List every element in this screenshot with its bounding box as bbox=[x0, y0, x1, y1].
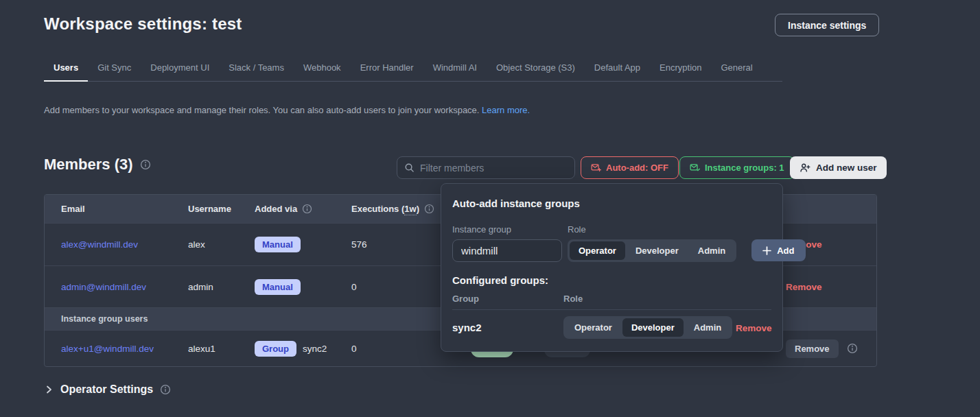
user-plus-icon bbox=[800, 163, 810, 174]
instance-settings-button[interactable]: Instance settings bbox=[775, 14, 879, 36]
add-new-user-label: Add new user bbox=[816, 163, 877, 173]
tab-error-handler[interactable]: Error Handler bbox=[351, 60, 423, 81]
instance-group-input[interactable] bbox=[452, 239, 562, 262]
tab-git-sync[interactable]: Git Sync bbox=[88, 60, 141, 81]
intro-text: Add members to your workspace and manage… bbox=[44, 105, 530, 115]
auto-add-button[interactable]: Auto-add: OFF bbox=[581, 156, 679, 179]
role-label: Role bbox=[568, 224, 736, 235]
chevron-right-icon bbox=[44, 385, 54, 394]
role-option-operator[interactable]: Operator bbox=[565, 318, 621, 337]
configured-col-group: Group bbox=[452, 294, 563, 304]
configured-col-role: Role bbox=[563, 294, 736, 304]
filter-members-searchbox[interactable] bbox=[397, 156, 575, 179]
role-segmented-control: Operator Developer Admin bbox=[563, 316, 732, 339]
members-heading-label: Members (3) bbox=[44, 156, 133, 174]
configured-groups-heading: Configured groups: bbox=[452, 274, 771, 286]
added-via-badge: Manual bbox=[255, 279, 301, 295]
operator-settings-label: Operator Settings bbox=[60, 383, 153, 396]
role-option-developer[interactable]: Developer bbox=[622, 318, 684, 337]
member-username: admin bbox=[188, 282, 255, 292]
add-group-label: Add bbox=[777, 246, 794, 256]
tab-deployment-ui[interactable]: Deployment UI bbox=[141, 60, 219, 81]
role-segmented-control: Operator Developer Admin bbox=[568, 239, 736, 262]
tab-object-storage[interactable]: Object Storage (S3) bbox=[487, 60, 585, 81]
configured-group-name: sync2 bbox=[452, 322, 563, 333]
configured-groups-header: Group Role bbox=[452, 294, 771, 304]
page-title: Workspace settings: test bbox=[44, 14, 242, 34]
tab-general[interactable]: General bbox=[711, 60, 762, 81]
add-new-user-button[interactable]: Add new user bbox=[790, 156, 887, 179]
tab-windmill-ai[interactable]: Windmill AI bbox=[423, 60, 487, 81]
mail-check-icon bbox=[690, 163, 700, 173]
instance-groups-button[interactable]: Instance groups: 1 bbox=[679, 156, 795, 179]
divider bbox=[452, 309, 771, 310]
executions-window: 1w bbox=[404, 204, 416, 215]
tab-encryption[interactable]: Encryption bbox=[650, 60, 711, 81]
remove-member-button[interactable]: Remove bbox=[786, 339, 839, 358]
settings-tabbar: Users Git Sync Deployment UI Slack / Tea… bbox=[44, 60, 782, 82]
added-via-info-icon[interactable] bbox=[302, 204, 312, 214]
role-option-developer[interactable]: Developer bbox=[627, 241, 688, 260]
member-email-link[interactable]: alex@windmill.dev bbox=[61, 239, 138, 250]
instance-groups-label: Instance groups: 1 bbox=[705, 163, 784, 173]
popup-form: Instance group Role Operator Developer A… bbox=[452, 224, 771, 262]
operator-settings-toggle[interactable]: Operator Settings bbox=[44, 383, 171, 396]
tab-webhook[interactable]: Webhook bbox=[294, 60, 351, 81]
group-name: sync2 bbox=[303, 344, 327, 354]
tab-users[interactable]: Users bbox=[44, 60, 88, 81]
header-added-via: Added via bbox=[255, 204, 351, 214]
auto-add-popup: Auto-add instance groups Instance group … bbox=[441, 183, 783, 352]
remove-member-button[interactable]: Remove bbox=[786, 282, 822, 292]
member-username: alex bbox=[188, 239, 255, 250]
filter-members-input[interactable] bbox=[420, 163, 568, 174]
remove-info-icon[interactable] bbox=[847, 343, 858, 354]
member-email-link[interactable]: alex+u1@windmill.dev bbox=[61, 344, 154, 354]
search-icon bbox=[404, 163, 415, 173]
header-email: Email bbox=[61, 204, 188, 214]
role-option-admin[interactable]: Admin bbox=[689, 241, 734, 260]
tab-default-app[interactable]: Default App bbox=[585, 60, 650, 81]
add-group-button[interactable]: Add bbox=[751, 239, 805, 261]
instance-group-label: Instance group bbox=[452, 224, 562, 235]
header-username: Username bbox=[188, 204, 255, 214]
operator-settings-info-icon[interactable] bbox=[160, 384, 171, 395]
mail-plus-icon bbox=[591, 163, 601, 173]
popup-title: Auto-add instance groups bbox=[452, 198, 771, 209]
added-via-badge: Manual bbox=[255, 237, 301, 252]
configured-group-row: sync2 Operator Developer Admin Remove bbox=[452, 316, 771, 339]
member-username: alexu1 bbox=[188, 344, 255, 354]
remove-group-button[interactable]: Remove bbox=[736, 323, 772, 333]
learn-more-link[interactable]: Learn more. bbox=[482, 105, 530, 115]
plus-icon bbox=[762, 246, 771, 255]
role-option-admin[interactable]: Admin bbox=[685, 318, 730, 337]
member-email-link[interactable]: admin@windmill.dev bbox=[61, 282, 146, 292]
members-heading: Members (3) bbox=[44, 156, 151, 174]
auto-add-label: Auto-add: OFF bbox=[606, 163, 668, 173]
intro-description: Add members to your workspace and manage… bbox=[44, 105, 479, 115]
added-via-badge: Group bbox=[255, 341, 296, 357]
tab-slack-teams[interactable]: Slack / Teams bbox=[219, 60, 294, 81]
members-info-icon[interactable] bbox=[140, 159, 151, 170]
executions-info-icon[interactable] bbox=[424, 204, 434, 214]
role-option-operator[interactable]: Operator bbox=[570, 241, 625, 260]
